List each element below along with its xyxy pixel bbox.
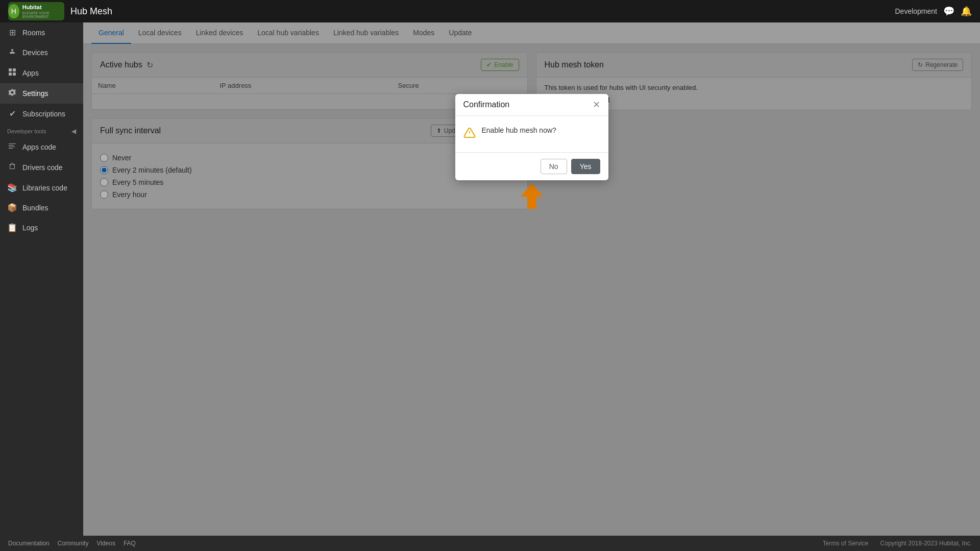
apps-code-icon — [7, 142, 17, 152]
svg-rect-1 — [9, 68, 12, 71]
dialog-warning-icon — [463, 127, 476, 142]
sidebar: ⊞ Rooms Devices Apps Settings ✔ Subscrip… — [0, 22, 83, 536]
sidebar-item-drivers-code[interactable]: Drivers code — [0, 157, 83, 178]
dialog-message: Enable hub mesh now? — [482, 126, 556, 134]
message-icon[interactable]: 💬 — [943, 6, 954, 17]
dialog-close-button[interactable]: ✕ — [593, 100, 600, 109]
dialog-overlay: Confirmation ✕ Enable hub mesh now? — [83, 22, 980, 536]
svg-marker-7 — [521, 183, 543, 209]
sidebar-item-bundles[interactable]: 📦 Bundles — [0, 198, 83, 218]
page-title: Hub Mesh — [70, 6, 112, 17]
sidebar-label-bundles: Bundles — [22, 204, 48, 212]
logo-text-block: Hubitat ELEVATE YOUR ENVIRONMENT — [22, 4, 64, 18]
topbar: H Hubitat ELEVATE YOUR ENVIRONMENT Hub M… — [0, 0, 980, 22]
logo-tagline: ELEVATE YOUR ENVIRONMENT — [22, 11, 64, 18]
topbar-right: Development 💬 🔔 — [895, 6, 972, 17]
arrow-indicator — [455, 182, 608, 210]
libraries-code-icon: 📚 — [7, 183, 17, 193]
content-area: General Local devices Linked devices Loc… — [83, 22, 980, 536]
collapse-developer-tools-btn[interactable]: ◀ — [71, 128, 76, 135]
logo-icon: H — [8, 4, 19, 18]
footer-videos[interactable]: Videos — [96, 540, 115, 547]
sidebar-item-apps[interactable]: Apps — [0, 63, 83, 83]
dialog-container: Confirmation ✕ Enable hub mesh now? — [455, 94, 608, 210]
dialog-title: Confirmation — [463, 100, 510, 109]
logs-icon: 📋 — [7, 223, 17, 232]
no-button[interactable]: No — [541, 159, 567, 174]
svg-rect-4 — [13, 73, 16, 76]
svg-point-0 — [11, 49, 13, 51]
sidebar-label-devices: Devices — [22, 49, 48, 57]
dialog-header: Confirmation ✕ — [455, 94, 608, 116]
footer-terms[interactable]: Terms of Service — [823, 540, 868, 547]
sidebar-item-apps-code[interactable]: Apps code — [0, 137, 83, 157]
devices-icon — [7, 47, 17, 58]
sidebar-label-rooms: Rooms — [22, 29, 45, 37]
bundles-icon: 📦 — [7, 203, 17, 212]
sidebar-label-settings: Settings — [22, 89, 48, 98]
sidebar-item-rooms[interactable]: ⊞ Rooms — [0, 22, 83, 42]
rooms-icon: ⊞ — [7, 28, 17, 37]
main-layout: ⊞ Rooms Devices Apps Settings ✔ Subscrip… — [0, 22, 980, 536]
footer-copyright: Copyright 2018-2023 Hubitat, Inc. — [880, 540, 972, 547]
confirmation-dialog: Confirmation ✕ Enable hub mesh now? — [455, 94, 608, 180]
topbar-left: H Hubitat ELEVATE YOUR ENVIRONMENT Hub M… — [8, 2, 112, 20]
apps-icon — [7, 68, 17, 78]
footer-documentation[interactable]: Documentation — [8, 540, 50, 547]
yes-button[interactable]: Yes — [571, 159, 600, 174]
svg-rect-3 — [9, 73, 12, 76]
drivers-code-icon — [7, 162, 17, 173]
dialog-body: Enable hub mesh now? — [455, 116, 608, 152]
sidebar-label-libraries-code: Libraries code — [22, 184, 67, 192]
dev-label: Development — [895, 7, 938, 15]
sidebar-item-logs[interactable]: 📋 Logs — [0, 218, 83, 237]
footer-community[interactable]: Community — [58, 540, 89, 547]
developer-tools-section: Developer tools ◀ — [0, 124, 83, 137]
sidebar-item-libraries-code[interactable]: 📚 Libraries code — [0, 178, 83, 198]
footer-links: Documentation Community Videos FAQ — [8, 540, 136, 547]
subscriptions-icon: ✔ — [7, 109, 17, 118]
sidebar-item-settings[interactable]: Settings — [0, 83, 83, 104]
footer-right: Terms of Service Copyright 2018-2023 Hub… — [823, 540, 972, 547]
svg-rect-2 — [13, 68, 16, 71]
notification-icon[interactable]: 🔔 — [961, 6, 972, 17]
sidebar-label-logs: Logs — [22, 224, 38, 232]
sidebar-item-subscriptions[interactable]: ✔ Subscriptions — [0, 104, 83, 124]
sidebar-label-drivers-code: Drivers code — [22, 163, 63, 172]
developer-tools-label: Developer tools — [7, 128, 46, 134]
arrow-up-svg — [521, 182, 543, 210]
logo-brand: Hubitat — [22, 4, 64, 11]
sidebar-label-apps: Apps — [22, 69, 39, 77]
footer: Documentation Community Videos FAQ Terms… — [0, 536, 980, 551]
sidebar-item-devices[interactable]: Devices — [0, 42, 83, 63]
footer-faq[interactable]: FAQ — [124, 540, 136, 547]
sidebar-label-apps-code: Apps code — [22, 143, 56, 151]
hubitat-logo[interactable]: H Hubitat ELEVATE YOUR ENVIRONMENT — [8, 2, 64, 20]
settings-icon — [7, 88, 17, 99]
sidebar-label-subscriptions: Subscriptions — [22, 110, 65, 118]
dialog-footer: No Yes — [455, 152, 608, 180]
